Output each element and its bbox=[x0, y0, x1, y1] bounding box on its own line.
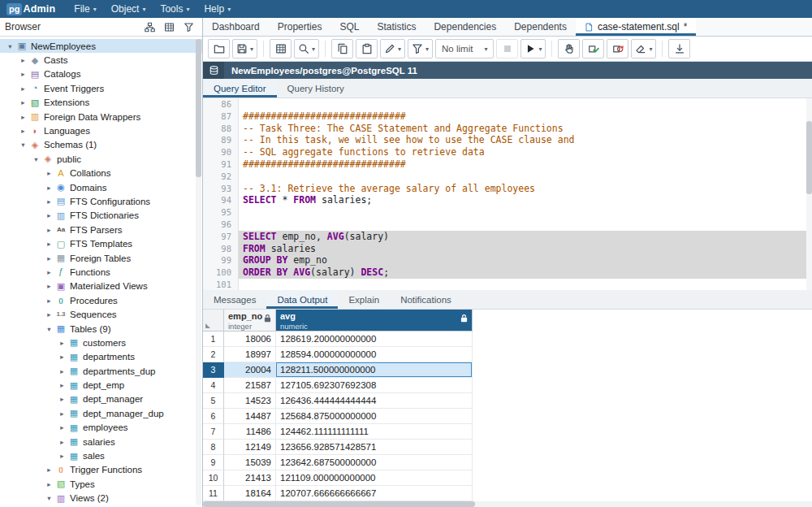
cell-emp_no[interactable]: 18164 bbox=[224, 486, 276, 501]
row-number[interactable]: 9 bbox=[203, 455, 224, 470]
tree-item-fts-templates[interactable]: ▸▢FTS Templates bbox=[0, 236, 202, 250]
cell-avg[interactable]: 126436.444444444444 bbox=[276, 393, 473, 409]
tree-item-foreign-data-wrappers[interactable]: ▸▥Foreign Data Wrappers bbox=[0, 110, 202, 124]
edit-grid-button[interactable] bbox=[270, 39, 292, 58]
expand-arrow-icon[interactable]: ▸ bbox=[57, 367, 67, 375]
expand-arrow-icon[interactable]: ▸ bbox=[44, 310, 54, 318]
expand-arrow-icon[interactable]: ▸ bbox=[18, 98, 28, 106]
execute-button[interactable]: ▾ bbox=[520, 39, 546, 58]
tab-statistics[interactable]: Statistics bbox=[368, 18, 425, 36]
cell-emp_no[interactable]: 12149 bbox=[224, 440, 276, 455]
cell-emp_no[interactable]: 21413 bbox=[224, 470, 276, 486]
row-number[interactable]: 7 bbox=[203, 424, 224, 440]
tree-item-newemployees[interactable]: ▾▣NewEmployees bbox=[0, 39, 202, 53]
tree-item-dept-manager-dup[interactable]: ▸▦dept_manager_dup bbox=[0, 406, 202, 420]
tree-item-materialized-views[interactable]: ▸▣Materialized Views bbox=[0, 280, 202, 293]
cell-avg[interactable]: 121109.000000000000 bbox=[276, 470, 473, 486]
cell-avg[interactable]: 128594.000000000000 bbox=[276, 347, 473, 362]
tab-dashboard[interactable]: Dashboard bbox=[203, 18, 269, 36]
collapse-arrow-icon[interactable]: ▾ bbox=[5, 42, 15, 50]
tree-item-procedures[interactable]: ▸()Procedures bbox=[0, 293, 202, 307]
code-area[interactable]: 8687#############################88-- Ta… bbox=[203, 98, 812, 290]
tree-item-public[interactable]: ▾◈public bbox=[0, 152, 202, 166]
expand-arrow-icon[interactable]: ▸ bbox=[57, 438, 67, 446]
cell-avg[interactable]: 120707.666666666667 bbox=[276, 486, 473, 501]
row-number[interactable]: 2 bbox=[203, 347, 224, 362]
paste-button[interactable] bbox=[356, 39, 378, 58]
tree-item-departments-dup[interactable]: ▸▦departments_dup bbox=[0, 364, 202, 378]
tab-query-editor[interactable]: Query Editor bbox=[203, 79, 277, 98]
tree-item-schemas-1[interactable]: ▾◈Schemas (1) bbox=[0, 138, 202, 152]
tree-item-trigger-functions[interactable]: ▸()Trigger Functions bbox=[0, 463, 202, 477]
edit-button[interactable]: ▾ bbox=[380, 39, 405, 58]
filter-button[interactable]: ▾ bbox=[408, 39, 433, 58]
connection-status-button[interactable] bbox=[203, 62, 224, 79]
column-header-emp_no[interactable]: emp_nointeger bbox=[224, 310, 276, 332]
expand-arrow-icon[interactable]: ▸ bbox=[57, 452, 67, 460]
expand-arrow-icon[interactable]: ▸ bbox=[18, 84, 28, 93]
cancel-query-button[interactable] bbox=[496, 39, 518, 58]
tree-item-domains[interactable]: ▸◉Domains bbox=[0, 180, 202, 194]
expand-arrow-icon[interactable]: ▸ bbox=[18, 56, 28, 64]
row-number[interactable]: 1 bbox=[203, 332, 224, 347]
tree-item-departments[interactable]: ▸▦departments bbox=[0, 350, 202, 364]
tree-item-dept-emp[interactable]: ▸▦dept_emp bbox=[0, 378, 202, 392]
row-number[interactable]: 3 bbox=[203, 362, 224, 378]
cell-emp_no[interactable]: 11486 bbox=[224, 424, 276, 440]
expand-arrow-icon[interactable]: ▸ bbox=[57, 410, 67, 418]
menu-object[interactable]: Object▾ bbox=[104, 0, 153, 18]
expand-arrow-icon[interactable]: ▸ bbox=[44, 169, 54, 177]
tree-item-salaries[interactable]: ▸▦salaries bbox=[0, 435, 202, 448]
tree-item-fts-parsers[interactable]: ▸AaFTS Parsers bbox=[0, 223, 202, 236]
browser-filter-button[interactable] bbox=[179, 20, 197, 35]
tree-item-extensions[interactable]: ▸▧Extensions bbox=[0, 96, 202, 110]
expand-arrow-icon[interactable]: ▸ bbox=[44, 297, 54, 305]
tree-item-employees[interactable]: ▸▦employees bbox=[0, 421, 202, 435]
tab-dependents[interactable]: Dependents bbox=[505, 18, 576, 36]
tab-notifications[interactable]: Notifications bbox=[390, 290, 462, 309]
cell-emp_no[interactable]: 15039 bbox=[224, 455, 276, 470]
row-number[interactable]: 4 bbox=[203, 378, 224, 393]
cell-emp_no[interactable]: 14487 bbox=[224, 409, 276, 424]
expand-arrow-icon[interactable]: ▸ bbox=[57, 423, 67, 431]
tree-item-dept-manager[interactable]: ▸▦dept_manager bbox=[0, 392, 202, 406]
expand-arrow-icon[interactable]: ▸ bbox=[57, 381, 67, 389]
column-header-avg[interactable]: avgnumeric bbox=[276, 310, 473, 332]
tree-item-functions[interactable]: ▸ƒFunctions bbox=[0, 265, 202, 279]
tab-messages[interactable]: Messages bbox=[203, 290, 266, 309]
cell-avg[interactable]: 123656.928571428571 bbox=[276, 440, 473, 455]
tab-query-history[interactable]: Query History bbox=[277, 79, 355, 98]
tree-item-customers[interactable]: ▸▦customers bbox=[0, 336, 202, 349]
expand-arrow-icon[interactable]: ▸ bbox=[57, 353, 67, 361]
sql-editor[interactable]: 8687#############################88-- Ta… bbox=[203, 98, 812, 290]
tree-item-languages[interactable]: ▸◗Languages bbox=[0, 124, 202, 137]
expand-arrow-icon[interactable]: ▸ bbox=[18, 113, 28, 121]
find-button[interactable]: ▾ bbox=[294, 39, 319, 58]
select-all-corner[interactable] bbox=[203, 310, 224, 332]
tab-explain[interactable]: Explain bbox=[338, 290, 390, 309]
tree-item-fts-dictionaries[interactable]: ▸▥FTS Dictionaries bbox=[0, 209, 202, 223]
expand-arrow-icon[interactable]: ▸ bbox=[44, 197, 54, 206]
browser-state-button[interactable] bbox=[140, 20, 158, 35]
clear-button[interactable]: ▾ bbox=[631, 39, 656, 58]
menu-file[interactable]: File▾ bbox=[67, 0, 103, 18]
open-file-button[interactable] bbox=[208, 39, 230, 58]
grid-hscrollbar-thumb[interactable] bbox=[203, 501, 475, 507]
expand-arrow-icon[interactable]: ▸ bbox=[44, 268, 54, 276]
cell-avg[interactable]: 128211.500000000000 bbox=[276, 362, 473, 378]
tree-item-fts-configurations[interactable]: ▸▤FTS Configurations bbox=[0, 194, 202, 208]
collapse-arrow-icon[interactable]: ▾ bbox=[44, 325, 54, 333]
browser-properties-button[interactable] bbox=[160, 20, 178, 35]
tree-scrollbar[interactable] bbox=[196, 39, 201, 505]
tab-data-output[interactable]: Data Output bbox=[266, 290, 338, 309]
save-button[interactable]: ▾ bbox=[232, 39, 257, 58]
collapse-arrow-icon[interactable]: ▾ bbox=[31, 155, 41, 163]
expand-arrow-icon[interactable]: ▸ bbox=[44, 184, 54, 192]
tab-sql[interactable]: SQL bbox=[330, 18, 368, 36]
collapse-arrow-icon[interactable]: ▾ bbox=[44, 494, 54, 502]
download-button[interactable] bbox=[668, 39, 690, 58]
tree-item-foreign-tables[interactable]: ▸▦Foreign Tables bbox=[0, 251, 202, 265]
cell-avg[interactable]: 123642.687500000000 bbox=[276, 455, 473, 470]
commit-button[interactable] bbox=[582, 39, 604, 58]
expand-arrow-icon[interactable]: ▸ bbox=[18, 70, 28, 78]
